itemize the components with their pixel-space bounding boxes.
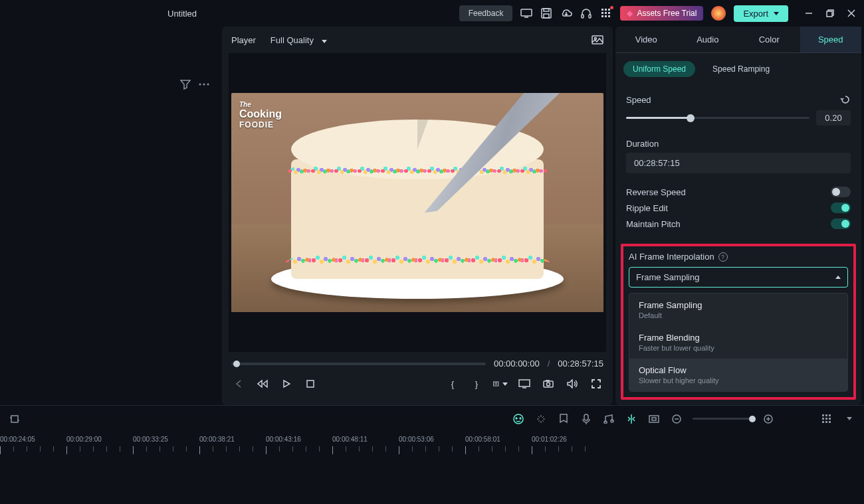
svg-point-32 bbox=[547, 382, 550, 386]
video-preview[interactable]: The Cooking FOODIE bbox=[229, 53, 606, 352]
tab-video[interactable]: Video bbox=[615, 27, 677, 52]
mark-out-button[interactable]: } bbox=[469, 377, 484, 391]
zoom-in-button[interactable] bbox=[762, 412, 775, 426]
speed-value[interactable]: 0.20 bbox=[816, 110, 851, 126]
svg-rect-8 bbox=[605, 9, 607, 11]
volume-button[interactable] bbox=[565, 377, 580, 391]
fullscreen-button[interactable] bbox=[589, 377, 603, 391]
cloud-icon[interactable] bbox=[560, 7, 572, 19]
zoom-out-button[interactable] bbox=[670, 412, 683, 426]
tab-audio[interactable]: Audio bbox=[677, 27, 739, 52]
svg-rect-29 bbox=[519, 380, 530, 386]
mic-icon[interactable] bbox=[580, 412, 593, 426]
chevron-up-icon bbox=[835, 276, 841, 279]
safe-zone-button[interactable] bbox=[517, 377, 532, 391]
svg-rect-4 bbox=[544, 14, 549, 18]
current-timecode: 00:00:00:00 bbox=[494, 359, 540, 369]
ai-interpolation-highlight: AI Frame Interpolation ? Frame Sampling … bbox=[621, 244, 856, 400]
sparkle-icon[interactable] bbox=[534, 412, 548, 426]
chevron-down-icon bbox=[774, 12, 779, 15]
svg-rect-52 bbox=[825, 414, 827, 416]
stop-button[interactable] bbox=[303, 377, 318, 391]
svg-rect-6 bbox=[589, 15, 591, 18]
subtab-speed-ramping[interactable]: Speed Ramping bbox=[703, 61, 779, 77]
save-icon[interactable] bbox=[540, 7, 552, 19]
close-button[interactable] bbox=[847, 9, 856, 18]
aspect-button[interactable] bbox=[493, 377, 508, 391]
filter-icon[interactable] bbox=[179, 78, 191, 90]
svg-rect-44 bbox=[649, 416, 659, 422]
minimize-button[interactable] bbox=[804, 9, 813, 18]
duration-input[interactable]: 00:28:57:15 bbox=[626, 153, 851, 173]
mark-in-button[interactable]: { bbox=[445, 377, 460, 391]
ruler-timestamp: 00:00:29:00 bbox=[66, 436, 102, 443]
quality-select[interactable]: Full Quality bbox=[268, 33, 339, 48]
crop-tool-icon[interactable] bbox=[8, 412, 21, 426]
svg-point-20 bbox=[199, 84, 201, 86]
zoom-slider[interactable] bbox=[693, 418, 752, 420]
assets-trial-button[interactable]: ◆Assets Free Trial bbox=[620, 6, 703, 21]
playback-progress[interactable] bbox=[231, 363, 486, 365]
play-backward-button[interactable] bbox=[255, 377, 270, 391]
titlebar: Untitled Feedback ◆Assets Free Trial Exp… bbox=[0, 0, 864, 27]
export-button[interactable]: Export bbox=[734, 5, 788, 22]
svg-rect-58 bbox=[825, 421, 827, 423]
ai-tool-icon[interactable] bbox=[512, 412, 525, 426]
ruler-timestamp: 00:00:58:01 bbox=[465, 436, 500, 443]
tab-speed[interactable]: Speed bbox=[800, 27, 862, 52]
reset-speed-button[interactable] bbox=[840, 94, 851, 105]
svg-rect-11 bbox=[605, 12, 607, 14]
more-icon[interactable] bbox=[198, 78, 210, 90]
svg-rect-40 bbox=[584, 414, 588, 420]
snapshot-icon[interactable] bbox=[592, 34, 603, 46]
ruler-timestamp: 00:01:02:26 bbox=[532, 436, 567, 443]
marker-icon[interactable] bbox=[557, 412, 570, 426]
option-frame-sampling[interactable]: Frame Sampling Default bbox=[629, 294, 847, 326]
apps-icon[interactable] bbox=[600, 7, 612, 19]
ruler-timestamp: 00:00:24:05 bbox=[0, 436, 35, 443]
tab-color[interactable]: Color bbox=[738, 27, 800, 52]
subtab-uniform-speed[interactable]: Uniform Speed bbox=[623, 61, 695, 77]
ruler-timestamp: 00:00:33:25 bbox=[133, 436, 168, 443]
info-icon[interactable]: ? bbox=[718, 252, 728, 262]
svg-rect-54 bbox=[822, 418, 824, 420]
maintain-pitch-label: Maintain Pitch bbox=[626, 219, 681, 229]
svg-rect-17 bbox=[827, 11, 832, 17]
view-options-icon[interactable] bbox=[843, 412, 856, 426]
svg-rect-25 bbox=[307, 380, 314, 387]
svg-point-38 bbox=[516, 418, 517, 419]
svg-rect-14 bbox=[605, 15, 607, 17]
frame-icon[interactable] bbox=[647, 412, 661, 426]
ruler-timestamp: 00:00:48:11 bbox=[332, 436, 368, 443]
svg-rect-56 bbox=[829, 418, 831, 420]
maintain-pitch-toggle[interactable] bbox=[831, 218, 851, 229]
option-frame-blending[interactable]: Frame Blending Faster but lower quality bbox=[629, 326, 847, 359]
camera-icon[interactable] bbox=[541, 377, 556, 391]
audio-tool-icon[interactable] bbox=[602, 412, 615, 426]
headphones-icon[interactable] bbox=[580, 7, 592, 19]
svg-rect-34 bbox=[11, 416, 18, 422]
view-grid-icon[interactable] bbox=[820, 412, 833, 426]
duration-label: Duration bbox=[626, 139, 851, 149]
svg-rect-45 bbox=[652, 418, 656, 420]
user-avatar[interactable] bbox=[711, 6, 726, 21]
play-button[interactable] bbox=[279, 377, 294, 391]
ai-interpolation-select[interactable]: Frame Sampling bbox=[629, 267, 848, 288]
ripple-edit-toggle[interactable] bbox=[831, 203, 851, 213]
prev-frame-button[interactable] bbox=[231, 377, 246, 391]
feedback-button[interactable]: Feedback bbox=[459, 5, 513, 21]
maximize-button[interactable] bbox=[825, 9, 835, 18]
media-panel bbox=[0, 27, 219, 405]
split-icon[interactable] bbox=[625, 412, 638, 426]
svg-rect-53 bbox=[829, 414, 831, 416]
ruler-timestamp: 00:00:38:21 bbox=[199, 436, 235, 443]
notification-dot bbox=[610, 6, 613, 9]
svg-rect-13 bbox=[601, 15, 603, 17]
reverse-speed-toggle[interactable] bbox=[831, 187, 851, 197]
svg-rect-7 bbox=[601, 9, 603, 11]
display-icon[interactable] bbox=[520, 7, 532, 19]
speed-slider[interactable] bbox=[626, 117, 810, 119]
option-optical-flow[interactable]: Optical Flow Slower but higher quality bbox=[629, 359, 847, 391]
player-label: Player bbox=[231, 35, 256, 45]
timeline-ruler[interactable]: 00:00:24:0500:00:29:0000:00:33:2500:00:3… bbox=[0, 432, 864, 458]
